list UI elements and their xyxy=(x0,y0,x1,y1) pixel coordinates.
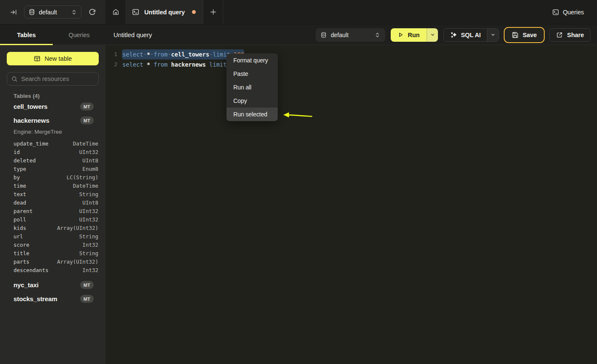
sql-ai-options-button[interactable] xyxy=(487,29,499,41)
refresh-icon xyxy=(89,8,96,16)
table-row[interactable]: nyc_taxi MT xyxy=(0,278,105,292)
column-name: descendants xyxy=(14,267,82,273)
column-row[interactable]: url String xyxy=(0,232,105,240)
column-row[interactable]: by LC(String) xyxy=(0,173,105,181)
code-line-text: select * from hackernews limit xyxy=(122,59,230,70)
column-type: UInt32 xyxy=(79,208,98,214)
queries-icon xyxy=(552,9,559,16)
columns-list: update_time DateTime id UInt32 deleted U… xyxy=(0,139,105,274)
column-type: Array(UInt32) xyxy=(57,225,98,231)
editor-toolbar: Untitled query default Run xyxy=(106,24,597,45)
column-row[interactable]: score Int32 xyxy=(0,240,105,249)
save-icon xyxy=(512,32,519,38)
column-type: LC(String) xyxy=(67,174,98,181)
top-bar: default Untitled query xyxy=(0,0,597,24)
table-name: nyc_taxi xyxy=(14,281,80,289)
share-button[interactable]: Share xyxy=(549,28,591,42)
column-type: Int32 xyxy=(82,242,98,248)
column-row[interactable]: update_time DateTime xyxy=(0,139,105,148)
context-menu-item[interactable]: Format query xyxy=(227,54,278,67)
table-row[interactable]: cell_towers MT xyxy=(0,100,105,113)
column-row[interactable]: parent UInt32 xyxy=(0,207,105,215)
column-row[interactable]: id UInt32 xyxy=(0,148,105,156)
search-input[interactable] xyxy=(21,75,100,82)
collapse-sidebar-icon xyxy=(10,9,17,16)
column-row[interactable]: kids Array(UInt32) xyxy=(0,224,105,232)
run-options-button[interactable] xyxy=(427,28,438,42)
queries-button-label: Queries xyxy=(563,9,584,16)
top-bar-left: default xyxy=(0,0,105,24)
table-name: hackernews xyxy=(14,117,80,124)
column-type: Enum8 xyxy=(82,166,98,172)
sidebar-tab[interactable]: Tables xyxy=(0,24,53,45)
sidebar: New table Tables (4) cell_towers MT hack… xyxy=(0,45,105,364)
home-button[interactable] xyxy=(106,0,126,24)
column-row[interactable]: text String xyxy=(0,190,105,198)
column-type: Array(UInt32) xyxy=(57,259,98,265)
table-row[interactable]: hackernews MT xyxy=(0,113,105,127)
column-name: url xyxy=(14,233,79,240)
context-menu-item[interactable]: Run selected xyxy=(227,108,278,121)
column-row[interactable]: title String xyxy=(0,249,105,257)
sql-ai-button-group: SQL AI xyxy=(443,28,499,42)
column-row[interactable]: time DateTime xyxy=(0,181,105,190)
search-box xyxy=(7,72,99,86)
column-type: DateTime xyxy=(73,140,98,147)
sql-ai-button[interactable]: SQL AI xyxy=(444,29,487,41)
tab-label: Untitled query xyxy=(144,9,185,16)
run-button-group: Run xyxy=(391,28,438,42)
run-button[interactable]: Run xyxy=(391,28,427,42)
play-icon xyxy=(397,32,404,38)
column-name: deleted xyxy=(14,157,82,164)
tab-strip: Untitled query xyxy=(106,0,597,24)
context-menu-item[interactable]: Run all xyxy=(227,81,278,94)
column-row[interactable]: deleted UInt8 xyxy=(0,156,105,164)
queries-button[interactable]: Queries xyxy=(552,0,584,24)
context-menu: Format query Paste Run all Copy Run sele… xyxy=(227,54,278,121)
column-type: DateTime xyxy=(73,183,98,189)
column-row[interactable]: descendants Int32 xyxy=(0,266,105,274)
new-table-button[interactable]: New table xyxy=(7,52,99,65)
table-name: cell_towers xyxy=(14,103,80,110)
refresh-button[interactable] xyxy=(86,7,97,18)
column-row[interactable]: dead UInt8 xyxy=(0,198,105,207)
database-selector[interactable]: default xyxy=(24,5,81,19)
sql-editor[interactable]: 1 select·*·from·cell_towers·limit·100; 2… xyxy=(106,45,597,364)
tab-untitled-query[interactable]: Untitled query xyxy=(126,0,203,24)
context-menu-item[interactable]: Paste xyxy=(227,67,278,81)
toolbar-database-selector[interactable]: default xyxy=(316,28,385,42)
context-menu-item-label: Run all xyxy=(233,84,251,91)
column-name: by xyxy=(14,174,67,181)
toolbar-actions: default Run xyxy=(316,24,591,45)
context-menu-item[interactable]: Copy xyxy=(227,94,278,108)
column-type: Int32 xyxy=(82,267,98,273)
unsaved-indicator-dot xyxy=(192,10,196,14)
tables-section-label: Tables (4) xyxy=(14,92,99,100)
table-row[interactable]: stocks_stream MT xyxy=(0,292,105,306)
column-type: UInt8 xyxy=(82,157,98,164)
share-icon xyxy=(556,32,563,38)
run-button-label: Run xyxy=(408,32,419,38)
collapse-sidebar-button[interactable] xyxy=(8,7,19,17)
table-icon xyxy=(34,55,41,62)
line-number: 2 xyxy=(106,59,117,70)
database-selector-value: default xyxy=(39,9,71,16)
column-type: UInt8 xyxy=(82,200,98,206)
sidebar-tabs: Tables Queries xyxy=(0,24,105,45)
line-number: 1 xyxy=(106,49,117,59)
column-type: String xyxy=(79,250,98,256)
column-row[interactable]: parts Array(UInt32) xyxy=(0,257,105,266)
save-button[interactable]: Save xyxy=(505,28,544,42)
column-row[interactable]: poll UInt32 xyxy=(0,215,105,224)
column-name: title xyxy=(14,250,79,256)
context-menu-item-label: Paste xyxy=(233,70,248,77)
sidebar-tab[interactable]: Queries xyxy=(53,24,105,45)
chevron-down-icon xyxy=(490,32,496,38)
new-tab-button[interactable] xyxy=(203,0,223,24)
app-window: default Untitled query xyxy=(0,0,597,364)
column-row[interactable]: type Enum8 xyxy=(0,164,105,173)
column-name: parent xyxy=(14,208,79,214)
select-chevrons-icon xyxy=(375,32,380,38)
sub-bar: Tables Queries Untitled query default xyxy=(0,24,597,45)
column-type: String xyxy=(79,191,98,197)
